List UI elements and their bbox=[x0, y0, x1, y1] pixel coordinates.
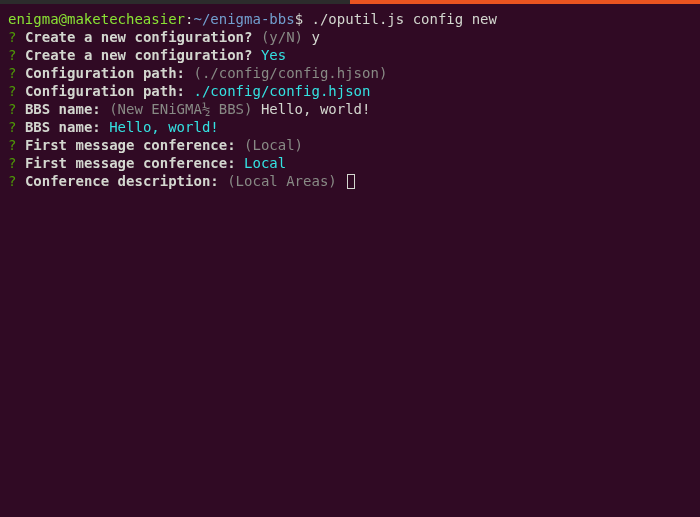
answer-text: ./config/config.hjson bbox=[193, 83, 370, 99]
question-mark-icon: ? bbox=[8, 29, 16, 45]
answer-text: Hello, world! bbox=[109, 119, 219, 135]
question-mark-icon: ? bbox=[8, 137, 16, 153]
hint-text: (y/N) bbox=[261, 29, 303, 45]
config-line: ? First message conference: Local bbox=[8, 154, 692, 172]
prompt-line: enigma@maketecheasier:~/enigma-bbs$ ./op… bbox=[8, 10, 692, 28]
user-input: Hello, world! bbox=[261, 101, 371, 117]
prompt-at: @ bbox=[59, 11, 67, 27]
cursor-icon bbox=[347, 174, 355, 189]
terminal[interactable]: enigma@maketecheasier:~/enigma-bbs$ ./op… bbox=[0, 4, 700, 196]
config-line: ? Create a new configuration? Yes bbox=[8, 46, 692, 64]
hint-text: (./config/config.hjson) bbox=[193, 65, 387, 81]
prompt-label: Configuration path: bbox=[25, 83, 185, 99]
prompt-label: Create a new configuration? bbox=[25, 47, 253, 63]
question-mark-icon: ? bbox=[8, 47, 16, 63]
user-input: y bbox=[311, 29, 319, 45]
prompt-label: First message conference: bbox=[25, 137, 236, 153]
config-line: ? First message conference: (Local) bbox=[8, 136, 692, 154]
config-line: ? BBS name: Hello, world! bbox=[8, 118, 692, 136]
prompt-label: Conference description: bbox=[25, 173, 219, 189]
active-tab-indicator bbox=[350, 0, 700, 4]
prompt-command: ./oputil.js config new bbox=[312, 11, 497, 27]
prompt-path: ~/enigma-bbs bbox=[193, 11, 294, 27]
config-line: ? Conference description: (Local Areas) bbox=[8, 172, 692, 190]
hint-text: (Local) bbox=[244, 137, 303, 153]
hint-text: (New ENiGMA½ BBS) bbox=[109, 101, 252, 117]
question-mark-icon: ? bbox=[8, 173, 16, 189]
config-line: ? BBS name: (New ENiGMA½ BBS) Hello, wor… bbox=[8, 100, 692, 118]
config-line: ? Create a new configuration? (y/N) y bbox=[8, 28, 692, 46]
hint-text: (Local Areas) bbox=[227, 173, 337, 189]
prompt-label: Create a new configuration? bbox=[25, 29, 253, 45]
prompt-host: maketecheasier bbox=[67, 11, 185, 27]
answer-text: Yes bbox=[261, 47, 286, 63]
prompt-label: BBS name: bbox=[25, 119, 101, 135]
question-mark-icon: ? bbox=[8, 155, 16, 171]
prompt-user: enigma bbox=[8, 11, 59, 27]
prompt-label: BBS name: bbox=[25, 101, 101, 117]
prompt-label: First message conference: bbox=[25, 155, 236, 171]
question-mark-icon: ? bbox=[8, 65, 16, 81]
answer-text: Local bbox=[244, 155, 286, 171]
config-line: ? Configuration path: ./config/config.hj… bbox=[8, 82, 692, 100]
question-mark-icon: ? bbox=[8, 101, 16, 117]
prompt-label: Configuration path: bbox=[25, 65, 185, 81]
prompt-dollar: $ bbox=[295, 11, 303, 27]
question-mark-icon: ? bbox=[8, 83, 16, 99]
question-mark-icon: ? bbox=[8, 119, 16, 135]
config-line: ? Configuration path: (./config/config.h… bbox=[8, 64, 692, 82]
